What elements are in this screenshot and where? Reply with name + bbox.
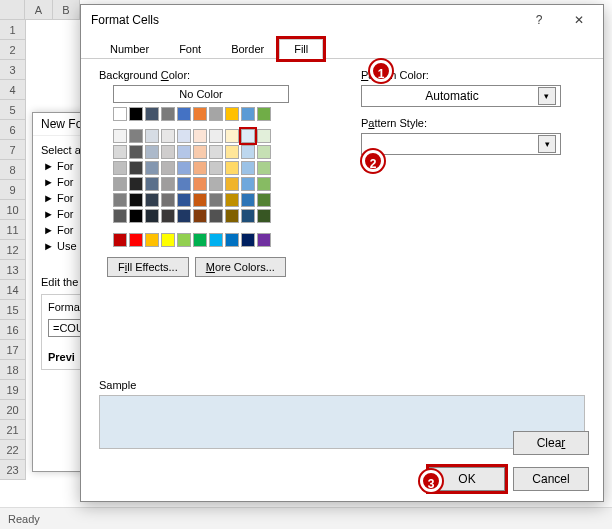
color-swatch[interactable] <box>209 233 223 247</box>
color-swatch[interactable] <box>257 209 271 223</box>
color-swatch[interactable] <box>225 145 239 159</box>
color-swatch[interactable] <box>193 233 207 247</box>
no-color-button[interactable]: No Color <box>113 85 289 103</box>
color-swatch[interactable] <box>225 193 239 207</box>
row-header[interactable]: 5 <box>0 100 26 120</box>
row-header[interactable]: 23 <box>0 460 26 480</box>
color-swatch[interactable] <box>241 107 255 121</box>
color-swatch[interactable] <box>241 177 255 191</box>
row-header[interactable]: 3 <box>0 60 26 80</box>
pattern-color-select[interactable]: Automatic ▾ <box>361 85 561 107</box>
pattern-style-select[interactable]: ▾ <box>361 133 561 155</box>
row-header[interactable]: 6 <box>0 120 26 140</box>
color-swatch[interactable] <box>209 107 223 121</box>
color-swatch[interactable] <box>193 177 207 191</box>
color-swatch[interactable] <box>225 129 239 143</box>
color-swatch[interactable] <box>161 193 175 207</box>
row-header[interactable]: 16 <box>0 320 26 340</box>
row-header[interactable]: 4 <box>0 80 26 100</box>
color-swatch[interactable] <box>113 209 127 223</box>
color-swatch[interactable] <box>225 209 239 223</box>
row-header[interactable]: 10 <box>0 200 26 220</box>
color-swatch[interactable] <box>177 193 191 207</box>
color-swatch[interactable] <box>225 233 239 247</box>
color-swatch[interactable] <box>257 107 271 121</box>
color-swatch[interactable] <box>113 129 127 143</box>
color-swatch[interactable] <box>241 129 255 143</box>
color-swatch[interactable] <box>129 129 143 143</box>
color-swatch[interactable] <box>161 129 175 143</box>
color-swatch[interactable] <box>225 107 239 121</box>
color-swatch[interactable] <box>113 177 127 191</box>
row-header[interactable]: 15 <box>0 300 26 320</box>
color-swatch[interactable] <box>241 193 255 207</box>
row-header[interactable]: 21 <box>0 420 26 440</box>
row-header[interactable]: 1 <box>0 20 26 40</box>
close-button[interactable]: ✕ <box>559 6 599 34</box>
color-swatch[interactable] <box>145 107 159 121</box>
color-swatch[interactable] <box>209 161 223 175</box>
col-A[interactable]: A <box>25 0 52 19</box>
clear-button[interactable]: Clear <box>513 431 589 455</box>
color-swatch[interactable] <box>161 209 175 223</box>
color-swatch[interactable] <box>193 145 207 159</box>
row-header[interactable]: 2 <box>0 40 26 60</box>
color-swatch[interactable] <box>241 161 255 175</box>
color-swatch[interactable] <box>209 209 223 223</box>
color-swatch[interactable] <box>241 233 255 247</box>
tab-border[interactable]: Border <box>216 39 279 59</box>
color-swatch[interactable] <box>145 193 159 207</box>
color-swatch[interactable] <box>161 107 175 121</box>
color-swatch[interactable] <box>161 177 175 191</box>
color-swatch[interactable] <box>177 129 191 143</box>
color-swatch[interactable] <box>145 145 159 159</box>
color-swatch[interactable] <box>241 145 255 159</box>
color-swatch[interactable] <box>177 145 191 159</box>
color-swatch[interactable] <box>177 107 191 121</box>
color-swatch[interactable] <box>129 209 143 223</box>
color-swatch[interactable] <box>225 177 239 191</box>
cancel-button[interactable]: Cancel <box>513 467 589 491</box>
row-header[interactable]: 9 <box>0 180 26 200</box>
color-swatch[interactable] <box>193 129 207 143</box>
color-swatch[interactable] <box>113 145 127 159</box>
color-swatch[interactable] <box>257 193 271 207</box>
color-swatch[interactable] <box>129 193 143 207</box>
row-header[interactable]: 13 <box>0 260 26 280</box>
color-swatch[interactable] <box>177 177 191 191</box>
color-swatch[interactable] <box>193 161 207 175</box>
color-swatch[interactable] <box>177 209 191 223</box>
row-header[interactable]: 19 <box>0 380 26 400</box>
tab-fill[interactable]: Fill <box>279 39 323 59</box>
color-swatch[interactable] <box>113 193 127 207</box>
row-header[interactable]: 22 <box>0 440 26 460</box>
color-swatch[interactable] <box>177 161 191 175</box>
color-swatch[interactable] <box>129 161 143 175</box>
fill-effects-button[interactable]: Fill Effects... <box>107 257 189 277</box>
color-swatch[interactable] <box>257 145 271 159</box>
color-swatch[interactable] <box>225 161 239 175</box>
color-swatch[interactable] <box>129 145 143 159</box>
color-swatch[interactable] <box>113 107 127 121</box>
color-swatch[interactable] <box>113 233 127 247</box>
row-header[interactable]: 8 <box>0 160 26 180</box>
color-swatch[interactable] <box>257 129 271 143</box>
color-swatch[interactable] <box>209 145 223 159</box>
color-swatch[interactable] <box>257 233 271 247</box>
color-swatch[interactable] <box>177 233 191 247</box>
row-header[interactable]: 18 <box>0 360 26 380</box>
help-button[interactable]: ? <box>519 6 559 34</box>
color-swatch[interactable] <box>129 233 143 247</box>
color-swatch[interactable] <box>193 209 207 223</box>
color-swatch[interactable] <box>145 161 159 175</box>
row-header[interactable]: 11 <box>0 220 26 240</box>
color-swatch[interactable] <box>209 193 223 207</box>
row-header[interactable]: 20 <box>0 400 26 420</box>
row-header[interactable]: 12 <box>0 240 26 260</box>
color-swatch[interactable] <box>129 107 143 121</box>
row-header[interactable]: 14 <box>0 280 26 300</box>
row-header[interactable]: 17 <box>0 340 26 360</box>
more-colors-button[interactable]: More Colors... <box>195 257 286 277</box>
color-swatch[interactable] <box>193 193 207 207</box>
color-swatch[interactable] <box>193 107 207 121</box>
